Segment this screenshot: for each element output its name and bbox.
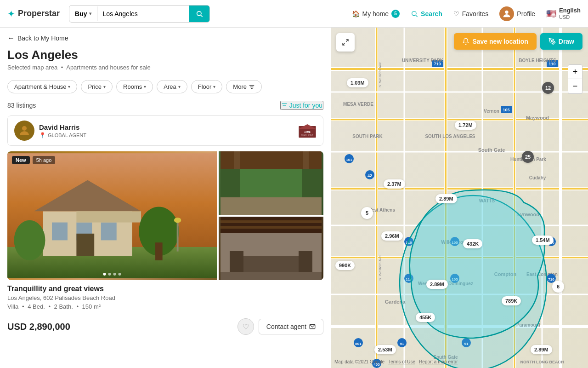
search-button[interactable] <box>189 6 209 22</box>
filter-rooms-chevron: ▾ <box>144 84 146 89</box>
price-label-2[interactable]: 12 <box>542 82 554 94</box>
filter-type[interactable]: Apartment & House ▾ <box>7 80 77 93</box>
svg-text:South Gate: South Gate <box>478 147 505 153</box>
price-label-4[interactable]: 25 <box>522 151 534 163</box>
zoom-in-button[interactable]: + <box>568 64 582 79</box>
map-expand-button[interactable] <box>336 33 355 52</box>
back-button[interactable]: ← Back to My Home <box>0 28 331 46</box>
property-beds: 4 Bed. <box>28 303 45 310</box>
svg-rect-26 <box>155 242 163 260</box>
property-title: Tranquillity and great views <box>7 285 323 293</box>
buy-label: Buy <box>75 10 87 17</box>
dot-3 <box>113 273 116 276</box>
property-price: USD 2,890,000 <box>7 322 70 332</box>
svg-text:BOYLE HEIGHTS: BOYLE HEIGHTS <box>519 58 556 63</box>
svg-text:105: 105 <box>503 108 509 112</box>
price-label-1[interactable]: 1.03M <box>347 78 368 87</box>
price-label-7[interactable]: 5 <box>361 207 373 219</box>
svg-rect-38 <box>220 217 322 233</box>
badge-new: New <box>12 156 30 164</box>
price-label-17[interactable]: 2.89M <box>531 345 552 354</box>
agent-avatar <box>14 121 34 141</box>
city-title: Los Angeles <box>7 48 323 62</box>
price-label-9[interactable]: 432K <box>463 239 482 248</box>
map-report-link[interactable]: Report a map error <box>419 359 458 364</box>
svg-text:NORTH LONG BEACH: NORTH LONG BEACH <box>520 360 564 364</box>
side-photo-1 <box>219 151 323 215</box>
filter-more[interactable]: More <box>226 80 262 93</box>
price-label-11[interactable]: 990K <box>335 261 355 270</box>
filter-floor[interactable]: Floor ▾ <box>191 80 223 93</box>
filter-type-label: Apartment & House <box>14 83 66 90</box>
currency-label: USD <box>559 14 581 20</box>
filter-area[interactable]: Area ▾ <box>157 80 187 93</box>
map-terms-link[interactable]: Terms of Use <box>388 359 415 364</box>
filter-more-icon <box>249 84 255 90</box>
save-location-button[interactable]: Save new location <box>454 33 536 50</box>
price-label-15[interactable]: 6 <box>552 281 564 293</box>
svg-text:Vernon: Vernon <box>484 109 499 114</box>
agent-badge-label: GLOBAL AGENT <box>48 132 86 138</box>
profile-avatar <box>499 6 514 21</box>
draw-button[interactable]: Draw <box>540 33 582 50</box>
favorite-button[interactable]: ♡ <box>237 318 254 335</box>
svg-text:UNIVERSITY PARK: UNIVERSITY PARK <box>402 58 444 63</box>
price-label-5[interactable]: 2.37M <box>384 179 405 189</box>
svg-rect-23 <box>76 211 141 222</box>
filter-rooms[interactable]: Rooms ▾ <box>116 80 153 93</box>
logo[interactable]: ✦ Properstar <box>7 8 60 19</box>
property-info: Tranquillity and great views Los Angeles… <box>7 280 323 315</box>
zoom-out-button[interactable]: − <box>568 79 582 94</box>
map-container[interactable]: 710 110 105 UNIVERSITY PARK BOYLE HEIGHT… <box>331 28 588 368</box>
price-label-13[interactable]: 455K <box>416 313 435 322</box>
nav-search[interactable]: Search <box>411 10 442 17</box>
main-property-image[interactable]: New 5h ago <box>7 151 217 280</box>
nav-my-home[interactable]: 🏠 My home 5 <box>352 10 400 18</box>
map-controls-left <box>336 33 355 52</box>
contact-agent-button[interactable]: Contact agent <box>259 319 323 334</box>
svg-text:SOUTH LOS ANGELES: SOUTH LOS ANGELES <box>425 134 475 139</box>
property-card: New 5h ago <box>7 151 323 339</box>
acme-logo-icon: ACME REALTY GROUP <box>298 121 317 140</box>
sort-button[interactable]: Just for you <box>280 101 323 110</box>
property-area: 150 m² <box>82 303 101 310</box>
price-label-12[interactable]: 2.89M <box>426 280 448 289</box>
filter-price[interactable]: Price ▾ <box>81 80 113 93</box>
message-icon <box>309 323 316 330</box>
draw-label: Draw <box>559 38 574 45</box>
price-label-8[interactable]: 2.96M <box>381 231 403 241</box>
price-label-14[interactable]: 789K <box>502 296 521 305</box>
side-image-2[interactable] <box>219 217 323 280</box>
filters-bar: Apartment & House ▾ Price ▾ Rooms ▾ Area… <box>0 76 331 99</box>
nav-favorites[interactable]: ♡ Favorites <box>453 10 489 17</box>
header: ✦ Properstar Buy ▾ 🏠 My home 5 Search ♡ <box>0 0 588 28</box>
pin-icon: 📍 <box>39 132 46 138</box>
side-image-1[interactable] <box>219 151 323 215</box>
svg-rect-36 <box>240 169 302 197</box>
language-selector[interactable]: 🇺🇸 English USD <box>546 7 581 20</box>
nav-profile[interactable]: Profile <box>499 6 535 21</box>
svg-text:MESA VERDE: MESA VERDE <box>343 102 373 107</box>
price-label-16[interactable]: 2.53M <box>374 345 396 354</box>
svg-text:S. Western Ave: S. Western Ave <box>378 255 382 281</box>
side-images <box>219 151 323 280</box>
filter-area-chevron: ▾ <box>178 84 181 89</box>
price-label-3[interactable]: 1.72M <box>455 121 476 130</box>
svg-text:Cudahy: Cudahy <box>529 175 546 180</box>
search-input[interactable] <box>97 6 189 21</box>
svg-rect-21 <box>101 223 117 241</box>
filter-price-chevron: ▾ <box>103 84 106 89</box>
avatar-icon <box>502 9 512 19</box>
agent-avatar-icon <box>17 124 31 138</box>
price-label-10[interactable]: 1.54M <box>532 236 554 245</box>
home-icon: 🏠 <box>352 10 360 17</box>
buy-dropdown[interactable]: Buy ▾ <box>69 6 97 21</box>
svg-text:Maywood: Maywood <box>526 115 549 121</box>
language-label: English <box>559 7 581 14</box>
price-label-6[interactable]: 2.89M <box>435 194 457 203</box>
filter-area-label: Area <box>164 83 176 90</box>
buy-chevron-icon: ▾ <box>89 11 91 16</box>
svg-text:101: 101 <box>346 158 352 162</box>
side-photo-2 <box>219 217 323 280</box>
property-images[interactable]: New 5h ago <box>7 151 323 280</box>
